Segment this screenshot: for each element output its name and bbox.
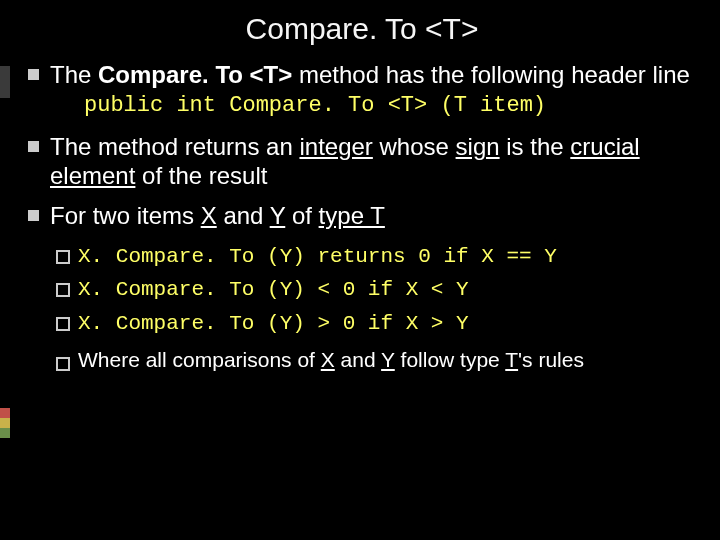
bullet-list: The Compare. To <T> method has the follo… — [28, 60, 696, 373]
bullet-1: The Compare. To <T> method has the follo… — [28, 60, 696, 120]
sub-2: X. Compare. To (Y) < 0 if X < Y — [56, 273, 696, 307]
b1-pre: The — [50, 61, 98, 88]
sub-4: Where all comparisons of X and Y follow … — [56, 347, 696, 373]
b2-t2: whose — [373, 133, 456, 160]
accent-bar — [0, 418, 10, 428]
s4-tt: T — [505, 348, 518, 371]
bullet-3: For two items X and Y of type T X. Compa… — [28, 201, 696, 373]
s4-t3: follow type — [395, 348, 506, 371]
sub-list: X. Compare. To (Y) returns 0 if X == Y X… — [56, 240, 696, 373]
b3-x: X — [201, 202, 217, 229]
code-header-line: public int Compare. To <T> (T item) — [84, 93, 696, 120]
s4-t1: Where all comparisons of — [78, 348, 321, 371]
b2-t1: The method returns an — [50, 133, 299, 160]
b3-t3: of — [285, 202, 318, 229]
b1-bold: Compare. To <T> — [98, 61, 292, 88]
accent-bar — [0, 428, 10, 438]
b3-y: Y — [270, 202, 286, 229]
s4-y: Y — [381, 348, 395, 371]
sub-3: X. Compare. To (Y) > 0 if X > Y — [56, 307, 696, 341]
accent-bar — [0, 66, 10, 98]
b3-t2: and — [217, 202, 270, 229]
accent-bar — [0, 408, 10, 418]
b2-u2: sign — [456, 133, 500, 160]
s4-x: X — [321, 348, 335, 371]
b3-t1: For two items — [50, 202, 201, 229]
s4-t2: and — [335, 348, 381, 371]
slide: Compare. To <T> The Compare. To <T> meth… — [0, 0, 720, 403]
b1-post: method has the following header line — [292, 61, 690, 88]
b2-t3: is the — [500, 133, 571, 160]
sub-1: X. Compare. To (Y) returns 0 if X == Y — [56, 240, 696, 274]
s4-t4: 's rules — [518, 348, 584, 371]
b2-t4: of the result — [135, 162, 267, 189]
bullet-2: The method returns an integer whose sign… — [28, 132, 696, 191]
b2-u1: integer — [299, 133, 372, 160]
slide-title: Compare. To <T> — [28, 12, 696, 46]
b3-tt: type T — [319, 202, 385, 229]
